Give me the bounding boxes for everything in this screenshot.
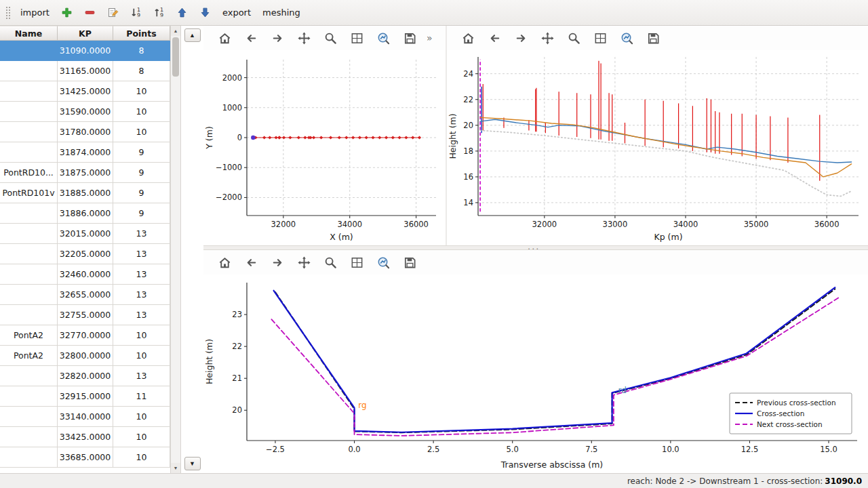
table-row[interactable]: 32655.000013 [0, 285, 170, 305]
scrollbar-thumb[interactable] [172, 37, 179, 77]
meshing-button[interactable]: meshing [259, 3, 304, 22]
cell-name[interactable] [0, 305, 58, 325]
move-up-button[interactable] [173, 3, 191, 22]
cell-kp[interactable]: 32820.0000 [58, 366, 113, 386]
pan-button[interactable] [294, 253, 314, 272]
remove-cross-section-button[interactable] [81, 3, 99, 22]
pan-button[interactable] [537, 28, 557, 47]
customize-button[interactable] [373, 253, 393, 272]
cell-kp[interactable]: 31425.0000 [58, 81, 113, 102]
cell-points[interactable]: 8 [113, 61, 170, 81]
cell-points[interactable]: 10 [113, 325, 170, 346]
cell-points[interactable]: 11 [113, 386, 170, 407]
toolbar-grip[interactable] [5, 6, 11, 20]
move-down-button[interactable] [196, 3, 214, 22]
import-button[interactable]: import [17, 3, 53, 22]
cell-kp[interactable]: 33425.0000 [58, 427, 113, 447]
column-header-kp[interactable]: KP [58, 26, 113, 41]
cross-section-chart[interactable]: −2.50.02.55.07.510.012.515.020212223Tran… [203, 274, 868, 473]
back-button[interactable] [484, 28, 505, 47]
subplots-button[interactable] [347, 28, 367, 47]
scrollbar-up-arrow[interactable]: ▲ [171, 26, 180, 36]
cell-points[interactable]: 10 [113, 447, 170, 468]
cell-kp[interactable]: 31090.0000 [58, 41, 113, 61]
home-button[interactable] [458, 28, 478, 47]
cell-points[interactable]: 10 [113, 407, 170, 427]
column-header-points[interactable]: Points [113, 26, 170, 41]
table-row[interactable]: 32820.000013 [0, 366, 170, 386]
table-row[interactable]: PontRD101v31885.00009 [0, 183, 170, 203]
longitudinal-profile-chart[interactable]: 3200033000340003500036000141618202224Kp … [447, 50, 868, 245]
cell-name[interactable] [0, 142, 58, 163]
cell-name[interactable] [0, 264, 58, 285]
table-row[interactable]: 32460.000013 [0, 264, 170, 285]
forward-button[interactable] [511, 28, 531, 47]
splitter-handle-icon[interactable]: ··· [528, 244, 540, 254]
table-row[interactable]: PontA232770.000010 [0, 325, 170, 346]
cell-points[interactable]: 10 [113, 427, 170, 447]
cell-name[interactable] [0, 244, 58, 264]
cell-points[interactable]: 13 [113, 305, 170, 325]
table-row[interactable]: 31425.000010 [0, 81, 170, 102]
cell-points[interactable]: 13 [113, 366, 170, 386]
scrollbar-track[interactable] [171, 36, 180, 463]
cell-name[interactable]: PontRD10... [0, 163, 58, 183]
cell-points[interactable]: 13 [113, 264, 170, 285]
cell-name[interactable] [0, 386, 58, 407]
cell-kp[interactable]: 32655.0000 [58, 285, 113, 305]
table-row[interactable]: 31886.00009 [0, 203, 170, 224]
cell-name[interactable] [0, 285, 58, 305]
subplots-button[interactable] [347, 253, 367, 272]
cell-name[interactable] [0, 224, 58, 244]
table-row[interactable]: 32915.000011 [0, 386, 170, 407]
cell-points[interactable]: 10 [113, 122, 170, 142]
horizontal-splitter[interactable]: ··· [203, 245, 868, 250]
cell-kp[interactable]: 31165.0000 [58, 61, 113, 81]
plan-view-chart[interactable]: 320003400036000−2000−1000010002000X (m)Y… [203, 50, 446, 245]
customize-button[interactable] [616, 28, 637, 47]
cell-points[interactable]: 9 [113, 203, 170, 224]
cell-points[interactable]: 9 [113, 163, 170, 183]
table-row[interactable]: 33140.000010 [0, 407, 170, 427]
cell-kp[interactable]: 31780.0000 [58, 122, 113, 142]
column-header-name[interactable]: Name [0, 26, 58, 41]
zoom-button[interactable] [320, 28, 340, 47]
scrollbar-down-arrow[interactable]: ▼ [171, 463, 180, 473]
cell-name[interactable] [0, 102, 58, 122]
add-cross-section-button[interactable] [58, 3, 76, 22]
table-row[interactable]: 31590.000010 [0, 102, 170, 122]
back-button[interactable] [241, 253, 261, 272]
cell-kp[interactable]: 31886.0000 [58, 203, 113, 224]
cell-kp[interactable]: 31885.0000 [58, 183, 113, 203]
cell-name[interactable] [0, 61, 58, 81]
table-row[interactable]: 33685.000010 [0, 447, 170, 468]
cell-kp[interactable]: 33685.0000 [58, 447, 113, 468]
zoom-button[interactable] [320, 253, 340, 272]
pan-button[interactable] [294, 28, 314, 47]
cell-name[interactable]: PontRD101v [0, 183, 58, 203]
save-button[interactable] [399, 28, 420, 47]
cell-points[interactable]: 9 [113, 142, 170, 163]
cell-points[interactable]: 10 [113, 346, 170, 366]
cell-kp[interactable]: 31590.0000 [58, 102, 113, 122]
save-button[interactable] [399, 253, 420, 272]
edit-cross-section-button[interactable] [104, 3, 122, 22]
table-row[interactable]: 33425.000010 [0, 427, 170, 447]
cell-name[interactable] [0, 203, 58, 224]
cell-name[interactable] [0, 407, 58, 427]
cell-name[interactable] [0, 122, 58, 142]
table-row[interactable]: PontA232800.000010 [0, 346, 170, 366]
table-row[interactable]: 31874.00009 [0, 142, 170, 163]
cell-kp[interactable]: 32770.0000 [58, 325, 113, 346]
cell-name[interactable] [0, 366, 58, 386]
table-row[interactable]: 32755.000013 [0, 305, 170, 325]
table-row[interactable]: 31090.00008 [0, 41, 170, 61]
previous-cross-section-button[interactable]: ▲ [184, 28, 201, 42]
cell-kp[interactable]: 32205.0000 [58, 244, 113, 264]
table-row[interactable]: 32205.000013 [0, 244, 170, 264]
cell-kp[interactable]: 33140.0000 [58, 407, 113, 427]
sort-descending-button[interactable]: 19 [127, 3, 145, 22]
cell-kp[interactable]: 31874.0000 [58, 142, 113, 163]
cell-name[interactable]: PontA2 [0, 325, 58, 346]
cell-kp[interactable]: 32015.0000 [58, 224, 113, 244]
